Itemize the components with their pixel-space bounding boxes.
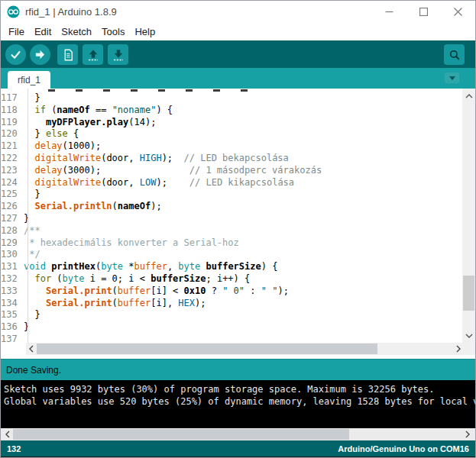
code-segment: Serial.print [46,298,112,308]
code-segment: nameOf [118,201,151,211]
code-segment: [i] < [151,285,183,296]
line-number: 125 [1,189,24,201]
code-line-129: 129 * hexadecimális konverter a Serial-h… [1,237,475,250]
menu-item-tools[interactable]: Tools [100,24,126,39]
maximize-button[interactable] [406,1,441,23]
code-area: 117 }118 if (nameOf == "noname") {119 my… [1,92,475,343]
code-text: Serial.print(buffer[i] < 0x10 ? " 0" : "… [24,285,289,296]
menu-item-edit[interactable]: Edit [33,24,53,39]
code-segment: else [46,128,68,139]
clipped-code-line [1,89,475,92]
code-line-130: 130 */ [1,249,475,261]
code-segment: , [167,261,178,272]
console-line: Sketch uses 9932 bytes (30%) of program … [4,384,475,396]
scroll-up-button[interactable] [462,90,475,102]
code-line-118: 118 if (nameOf == "noname") { [1,105,475,117]
vertical-scrollbar-thumb[interactable] [463,276,474,311]
chevron-down-icon [449,76,455,80]
code-line-127: 127} [1,213,475,225]
code-editor[interactable]: 117 }118 if (nameOf == "noname") {119 my… [1,89,475,343]
code-segment: /** [24,225,40,236]
scroll-right-button[interactable] [462,428,473,440]
code-line-126: 126 Serial.println(nameOf); [1,201,475,213]
code-segment: * hexadecimális konverter a Serial-hoz [24,237,239,248]
code-segment [24,273,34,284]
code-line-128: 128/** [1,225,475,237]
code-segment: (3000); [63,165,102,176]
code-segment: (door, [101,177,140,188]
code-segment: HEX [178,298,195,308]
code-text: /** [24,225,40,236]
code-segment: ); [277,285,288,296]
chevron-right-icon [455,345,461,353]
line-number: 119 [1,117,24,129]
minimize-button[interactable] [372,1,406,23]
close-button[interactable] [441,1,475,23]
code-text: } [24,309,40,320]
code-segment: == [90,105,112,115]
new-sketch-button[interactable] [57,44,78,65]
verify-button[interactable] [5,44,26,65]
current-line-number: 132 [7,444,21,453]
code-segment: nameOf [57,105,89,115]
code-line-132: 132 for (byte i = 0; i < bufferSize; i++… [1,273,475,285]
line-number: 134 [1,298,24,310]
horizontal-scrollbar-thumb[interactable] [13,429,349,440]
console-horizontal-scrollbar[interactable] [1,428,475,440]
scroll-right-button[interactable] [453,343,464,355]
code-segment: ); [151,201,161,211]
code-segment: } [24,189,40,199]
save-sketch-button[interactable] [108,44,128,65]
code-text: if (nameOf == "noname") { [24,105,173,115]
scroll-down-button[interactable] [462,330,475,341]
tabbar: rfid_1 [1,68,475,89]
code-segment: ( [46,105,57,115]
statusbar: Done Saving. [1,359,475,380]
code-segment: } [24,309,40,320]
code-segment [24,140,34,151]
tab-menu-button[interactable] [445,73,459,83]
code-text: Serial.print(buffer[i], HEX); [24,298,206,308]
code-text: delay(1000); [24,140,101,151]
arrow-right-icon [34,48,47,61]
line-number: 124 [1,177,24,189]
upload-button[interactable] [30,44,50,65]
code-segment: (1000); [63,140,102,151]
scroll-left-button[interactable] [26,343,37,355]
console-output: Sketch uses 9932 bytes (30%) of program … [1,380,475,428]
code-segment: buffer [118,285,151,296]
line-status-bar: 132 Arduino/Genuino Uno on COM16 [1,440,475,456]
line-number: 126 [1,201,24,213]
code-segment: " " [261,285,278,296]
scroll-left-button[interactable] [2,428,13,440]
code-line-125: 125 } [1,189,475,201]
line-number: 120 [1,128,24,140]
menu-item-sketch[interactable]: Sketch [60,24,93,39]
close-icon [454,8,462,16]
code-segment: (door, [101,153,140,163]
menu-item-file[interactable]: File [7,24,26,39]
code-segment: "noname" [112,105,157,115]
line-number: 118 [1,105,24,117]
window-controls [372,1,475,23]
code-text: } else { [24,128,79,139]
code-segment: digitalWrite [34,153,101,163]
code-segment: myDFPlayer.play [46,117,128,127]
window-title: rfid_1 | Arduino 1.8.9 [25,6,117,18]
chevron-up-icon [465,93,473,99]
editor-horizontal-scrollbar[interactable] [1,343,475,355]
code-segment: // 1 másodperc várakozás [189,165,322,176]
line-number: 137 [1,334,24,343]
code-segment [24,177,34,188]
horizontal-scrollbar-thumb[interactable] [37,344,377,354]
code-line-123: 123 delay(3000); // 1 másodperc várakozá… [1,165,475,177]
menu-item-help[interactable]: Help [133,24,157,39]
code-text: Serial.println(nameOf); [24,201,162,211]
magnifier-icon [448,48,461,62]
editor-vertical-scrollbar[interactable] [462,89,475,343]
arduino-ide-window: rfid_1 | Arduino 1.8.9 FileEditSketchToo… [0,0,476,458]
code-line-135: 135 } [1,309,475,321]
serial-monitor-button[interactable] [444,44,465,65]
open-sketch-button[interactable] [83,44,103,65]
tab-rfid-1[interactable]: rfid_1 [8,71,50,89]
